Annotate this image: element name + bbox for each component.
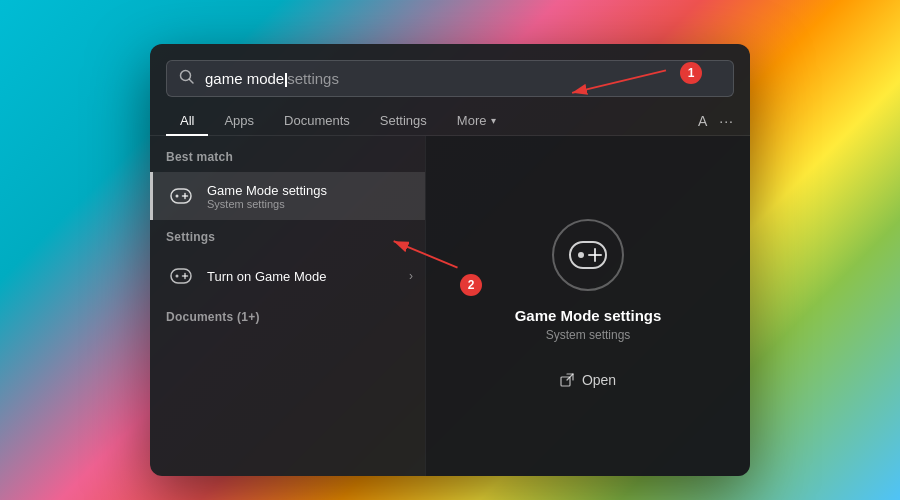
search-input[interactable]: game modesettings bbox=[205, 70, 721, 87]
best-match-label: Best match bbox=[150, 150, 425, 172]
search-icon bbox=[179, 69, 195, 88]
right-panel: Game Mode settings System settings Open bbox=[425, 136, 750, 476]
tab-apps[interactable]: Apps bbox=[210, 107, 268, 136]
turn-on-game-mode-text: Turn on Game Mode bbox=[207, 269, 326, 284]
content-area: Best match Game Mode settings System set… bbox=[150, 136, 750, 476]
svg-line-5 bbox=[190, 80, 194, 84]
best-match-item[interactable]: Game Mode settings System settings bbox=[150, 172, 425, 220]
detail-game-mode-icon bbox=[552, 219, 624, 291]
settings-section-label: Settings bbox=[150, 220, 425, 252]
external-link-icon bbox=[560, 373, 574, 387]
tab-all[interactable]: All bbox=[166, 107, 208, 136]
tab-more[interactable]: More ▾ bbox=[443, 107, 511, 136]
open-label: Open bbox=[582, 372, 616, 388]
detail-title: Game Mode settings bbox=[515, 307, 662, 324]
search-bar[interactable]: game modesettings bbox=[166, 60, 734, 97]
open-button[interactable]: Open bbox=[550, 366, 626, 394]
tab-documents[interactable]: Documents bbox=[270, 107, 364, 136]
detail-subtitle: System settings bbox=[546, 328, 631, 342]
font-size-button[interactable]: A bbox=[698, 113, 707, 129]
game-mode-icon bbox=[165, 180, 197, 212]
tab-settings[interactable]: Settings bbox=[366, 107, 441, 136]
turn-on-game-mode-icon bbox=[165, 260, 197, 292]
svg-point-7 bbox=[176, 195, 179, 198]
tab-right-actions: A ··· bbox=[698, 113, 734, 129]
search-query-text: game mode bbox=[205, 70, 284, 87]
step-badge-1: 1 bbox=[680, 62, 702, 84]
result-arrow-icon: › bbox=[409, 269, 413, 283]
documents-section-label: Documents (1+) bbox=[150, 300, 425, 332]
search-remainder: settings bbox=[287, 70, 339, 87]
step-badge-2: 2 bbox=[460, 274, 482, 296]
left-panel: Best match Game Mode settings System set… bbox=[150, 136, 425, 476]
svg-point-11 bbox=[176, 275, 179, 278]
settings-result-item[interactable]: Turn on Game Mode › bbox=[150, 252, 425, 300]
tabs-bar: All Apps Documents Settings More ▾ A ··· bbox=[150, 97, 750, 136]
chevron-down-icon: ▾ bbox=[491, 115, 496, 126]
best-match-text: Game Mode settings System settings bbox=[207, 183, 327, 210]
svg-point-15 bbox=[578, 252, 584, 258]
more-options-button[interactable]: ··· bbox=[719, 113, 734, 129]
